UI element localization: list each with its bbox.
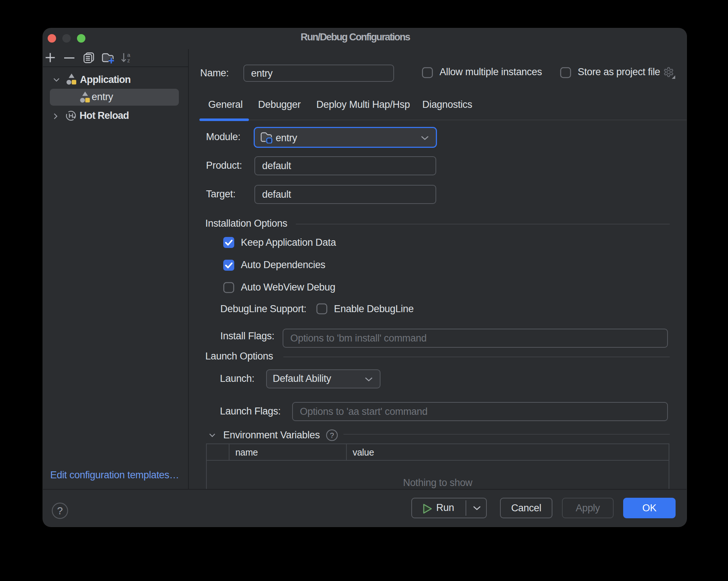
svg-text:?: ? <box>57 505 63 516</box>
svg-text:z: z <box>127 57 130 63</box>
svg-text:?: ? <box>330 431 334 439</box>
